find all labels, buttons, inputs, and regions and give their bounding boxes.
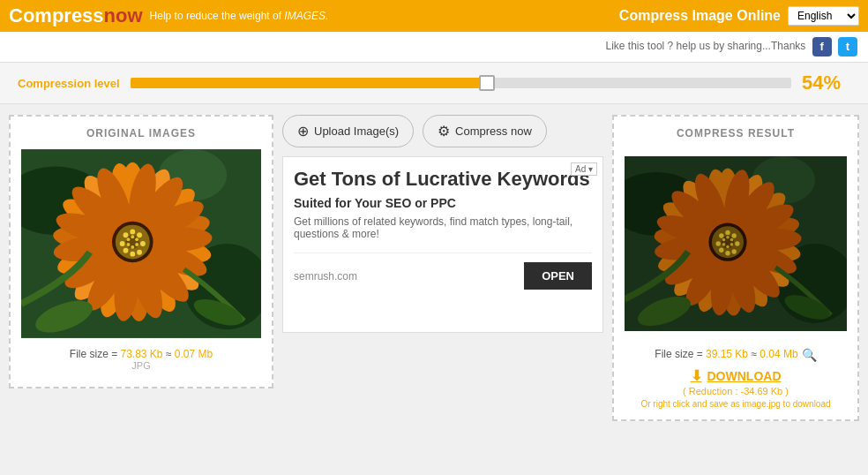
svg-point-100 (730, 243, 734, 246)
action-buttons: ⊕ Upload Image(s) ⚙ Compress now (282, 115, 603, 147)
logo-now: now (104, 4, 143, 26)
svg-point-99 (730, 238, 734, 242)
download-icon: ⬇ (691, 367, 702, 384)
svg-point-102 (722, 243, 726, 246)
logo: Compressnow (9, 4, 143, 27)
svg-point-43 (123, 232, 129, 238)
svg-point-45 (131, 235, 134, 238)
compress-button[interactable]: ⚙ Compress now (423, 115, 547, 147)
original-panel-title: ORIGINAL IMAGES (21, 127, 261, 139)
svg-point-49 (126, 243, 130, 246)
original-panel: ORIGINAL IMAGES (9, 115, 273, 388)
language-select[interactable]: English Français Español (788, 6, 859, 26)
middle-panel: ⊕ Upload Image(s) ⚙ Compress now Ad ▾ Ge… (282, 115, 603, 333)
slider-thumb[interactable] (479, 75, 495, 91)
svg-point-91 (735, 241, 739, 245)
svg-point-48 (131, 245, 134, 249)
result-image (625, 147, 847, 341)
header-tagline: Help to reduce the weight of IMAGES. (150, 10, 329, 22)
header-left: Compressnow Help to reduce the weight of… (9, 4, 328, 27)
ad-badge[interactable]: Ad ▾ (571, 162, 597, 176)
header-right: Compress Image Online English Français E… (619, 6, 859, 26)
reduction-text: ( Reduction : -34.69 Kb ) (625, 386, 847, 396)
site-title: Compress Image Online (619, 8, 781, 24)
svg-point-92 (732, 249, 737, 253)
result-file-info: File size = 39.15 Kb ≈ 0.04 Mb🔍 (625, 348, 847, 362)
svg-point-38 (140, 241, 146, 246)
social-bar: Like this tool ? help us by sharing...Th… (0, 32, 868, 63)
original-file-size-mb[interactable]: 0.07 Mb (175, 348, 213, 360)
main-content: ORIGINAL IMAGES (0, 104, 868, 432)
slider-track (131, 78, 791, 88)
facebook-icon[interactable]: f (812, 37, 832, 57)
original-file-type: JPG (21, 360, 261, 371)
upload-icon: ⊕ (297, 123, 309, 139)
svg-point-50 (126, 238, 130, 241)
ad-title: Get Tons of Lucrative Keywords (294, 168, 592, 191)
svg-point-37 (137, 232, 142, 238)
svg-point-93 (725, 251, 730, 255)
social-text: Like this tool ? help us by sharing...Th… (606, 40, 806, 52)
svg-point-47 (135, 243, 138, 246)
svg-point-46 (135, 238, 138, 241)
ad-domain: semrush.com (294, 270, 357, 283)
result-file-size-kb[interactable]: 39.15 Kb (706, 348, 748, 360)
download-button[interactable]: ⬇ DOWNLOAD (625, 367, 847, 384)
svg-point-90 (732, 233, 737, 238)
svg-point-101 (726, 245, 730, 249)
search-icon[interactable]: 🔍 (802, 348, 817, 362)
svg-point-103 (722, 238, 726, 242)
header: Compressnow Help to reduce the weight of… (0, 0, 868, 32)
result-file-size-mb[interactable]: 0.04 Mb (760, 348, 797, 360)
svg-point-42 (120, 241, 125, 246)
svg-point-96 (719, 233, 723, 238)
svg-point-95 (716, 241, 721, 245)
svg-point-94 (719, 248, 723, 253)
save-hint: Or right click and save as image.jpg to … (625, 399, 847, 409)
svg-point-98 (726, 236, 730, 239)
upload-button[interactable]: ⊕ Upload Image(s) (282, 115, 414, 147)
svg-point-40 (130, 252, 135, 257)
svg-point-89 (725, 230, 730, 235)
ad-text: Get millions of related keywords, find m… (294, 215, 592, 240)
logo-compress: Compress (9, 4, 104, 26)
compression-bar: Compression level 54% (0, 63, 868, 104)
ad-panel: Ad ▾ Get Tons of Lucrative Keywords Suit… (282, 156, 603, 333)
ad-subtitle: Suited for Your SEO or PPC (294, 196, 592, 210)
result-panel: COMPRESS RESULT (612, 115, 859, 421)
result-panel-title: COMPRESS RESULT (625, 127, 847, 139)
slider-fill (131, 78, 488, 88)
compression-slider-container (131, 78, 791, 88)
ad-footer: semrush.com OPEN (294, 253, 592, 290)
compress-icon: ⚙ (438, 123, 450, 139)
svg-point-41 (123, 248, 129, 253)
ad-open-button[interactable]: OPEN (524, 262, 592, 290)
svg-point-39 (137, 250, 142, 255)
compression-label: Compression level (18, 77, 120, 90)
original-file-info: File size = 73.83 Kb ≈ 0.07 Mb (21, 348, 261, 360)
twitter-icon[interactable]: t (838, 37, 857, 57)
original-image (21, 147, 261, 341)
svg-point-36 (130, 229, 135, 234)
original-file-size-kb[interactable]: 73.83 Kb (121, 348, 163, 360)
compression-percent: 54% (802, 72, 850, 94)
